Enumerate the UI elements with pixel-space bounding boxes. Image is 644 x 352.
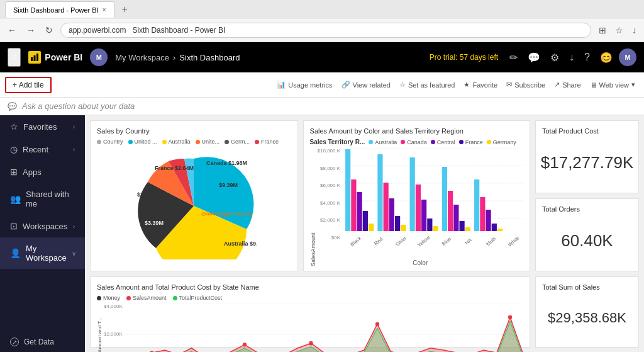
bar-subtitle: Sales Territory R... bbox=[310, 139, 365, 145]
download-button[interactable]: ↓ bbox=[630, 24, 639, 37]
apps-label: Apps bbox=[23, 167, 75, 177]
total-orders-title: Total Orders bbox=[542, 205, 632, 213]
favorite-icon: ★ bbox=[464, 81, 470, 89]
svg-text:$3.39M: $3.39M bbox=[145, 220, 164, 226]
pie-legend: Country United ... Australia Unite. bbox=[97, 139, 291, 145]
comment-button[interactable]: 💬 bbox=[524, 49, 544, 66]
sidebar-item-apps[interactable]: ⊞ Apps bbox=[0, 161, 85, 183]
settings-button[interactable]: ⚙ bbox=[547, 49, 563, 66]
svg-rect-25 bbox=[401, 225, 406, 231]
apps-icon: ⊞ bbox=[10, 167, 18, 177]
emoji-button[interactable]: 😊 bbox=[596, 49, 616, 66]
workspaces-arrow: › bbox=[73, 223, 75, 230]
sub-nav: + Add tile 📊 Usage metrics 🔗 View relate… bbox=[0, 72, 644, 98]
view-related-icon: 🔗 bbox=[341, 81, 350, 89]
legend-united: United ... bbox=[128, 139, 157, 145]
new-tab-button[interactable]: + bbox=[117, 4, 133, 15]
tab-close-button[interactable]: × bbox=[103, 6, 106, 13]
bar-x-title: Color bbox=[318, 259, 523, 266]
hamburger-menu[interactable]: ≡ bbox=[8, 48, 21, 67]
subscribe-icon: ✉ bbox=[506, 81, 512, 89]
extensions-button[interactable]: ⊞ bbox=[596, 24, 609, 37]
forward-button[interactable]: → bbox=[24, 24, 38, 37]
web-view-button[interactable]: 🖥 Web view ▾ bbox=[586, 78, 639, 91]
line-title: Sales Amount and Total Product Cost by S… bbox=[97, 283, 523, 291]
favorite-button[interactable]: ★ Favorite bbox=[460, 78, 501, 91]
get-data-button[interactable]: ↗ Get Data bbox=[0, 331, 85, 352]
active-tab[interactable]: Sixth Dashboard - Power BI × bbox=[5, 1, 114, 18]
legend-germany-dot bbox=[225, 140, 229, 144]
url-input[interactable] bbox=[60, 23, 591, 38]
subscribe-button[interactable]: ✉ Subscribe bbox=[502, 78, 549, 91]
sidebar-item-my-workspace[interactable]: 👤 My Workspace ∨ bbox=[0, 237, 85, 269]
legend-unite: Unite... bbox=[196, 139, 220, 145]
workspace-breadcrumb[interactable]: My Workspace bbox=[115, 53, 169, 62]
usage-metrics-icon: 📊 bbox=[277, 81, 286, 89]
legend-country-dot bbox=[97, 140, 101, 144]
share-button[interactable]: ↗ Share bbox=[550, 78, 584, 91]
user-profile-avatar[interactable]: M bbox=[619, 48, 636, 66]
legend-germany: Germ... bbox=[225, 139, 250, 145]
svg-text:$9.39M: $9.39M bbox=[219, 182, 238, 188]
tab-title: Sixth Dashboard - Power BI bbox=[13, 6, 99, 14]
share-icon: ↗ bbox=[554, 81, 560, 89]
recent-icon: ◷ bbox=[10, 144, 18, 154]
sidebar-item-favorites[interactable]: ☆ Favorites › bbox=[0, 115, 85, 138]
bar-legend: Australia Canada Central France Germany bbox=[369, 139, 516, 145]
ask-question-bar[interactable]: 💬 Ask a question about your data bbox=[0, 98, 644, 115]
refresh-button[interactable]: ↻ bbox=[43, 24, 55, 37]
legend-australia-dot bbox=[162, 140, 167, 144]
svg-text:Australia $9.06M: Australia $9.06M bbox=[224, 241, 257, 247]
pie-chart-svg: @tutorialgateway.org $9.39M Australia $9… bbox=[131, 152, 257, 259]
legend-united-dot bbox=[128, 140, 133, 144]
svg-rect-38 bbox=[486, 210, 491, 231]
svg-rect-33 bbox=[453, 205, 458, 231]
bar-legend-central: Central bbox=[431, 139, 455, 145]
bookmark-button[interactable]: ☆ bbox=[613, 24, 626, 37]
recent-arrow: › bbox=[73, 146, 75, 153]
breadcrumb: My Workspace › Sixth Dashboard bbox=[115, 53, 240, 62]
pie-title: Sales by Country bbox=[97, 127, 291, 135]
user-avatar[interactable]: M bbox=[90, 48, 108, 66]
sidebar-item-shared[interactable]: 👥 Shared with me bbox=[0, 183, 85, 215]
pie-chart-container: @tutorialgateway.org $9.39M Australia $9… bbox=[97, 147, 291, 264]
my-workspace-icon: 👤 bbox=[10, 248, 21, 258]
edit-button[interactable]: ✏ bbox=[506, 49, 521, 66]
web-view-dropdown-icon: ▾ bbox=[631, 81, 635, 89]
top-row: Sales by Country Country United ... A bbox=[90, 120, 639, 271]
top-nav: ≡ Power BI M My Workspace › Sixth Dashbo… bbox=[0, 42, 644, 72]
svg-rect-1 bbox=[34, 55, 36, 61]
help-button[interactable]: ? bbox=[580, 49, 594, 65]
svg-rect-26 bbox=[410, 157, 415, 231]
sidebar-item-workspaces[interactable]: ⊡ Workspaces › bbox=[0, 215, 85, 237]
svg-rect-31 bbox=[442, 167, 447, 231]
svg-text:Canada $1.98M: Canada $1.98M bbox=[206, 160, 247, 166]
bar-chart-area: SalesAmount $10,000 K $8,000 K $6,000 K … bbox=[310, 148, 523, 266]
browser-actions: ⊞ ☆ ↓ bbox=[596, 24, 639, 37]
bar-legend-australia: Australia bbox=[369, 139, 397, 145]
back-button[interactable]: ← bbox=[5, 24, 19, 37]
line-legend-sales: SalesAmount bbox=[126, 295, 167, 301]
sidebar-bottom: ↗ Get Data bbox=[0, 331, 85, 352]
svg-point-48 bbox=[309, 341, 313, 346]
sales-dot bbox=[126, 296, 131, 300]
svg-rect-17 bbox=[351, 179, 356, 231]
main-content: Sales by Country Country United ... A bbox=[85, 115, 644, 352]
view-related-button[interactable]: 🔗 View related bbox=[338, 78, 394, 91]
bar-chart-inner: $10,000 K $8,000 K $6,000 K $4,000 K $2,… bbox=[318, 148, 523, 266]
add-tile-button[interactable]: + Add tile bbox=[5, 77, 52, 93]
svg-rect-19 bbox=[363, 211, 368, 231]
line-legend-money: Money bbox=[97, 295, 120, 301]
workspaces-label: Workspaces bbox=[23, 222, 68, 231]
address-bar: ← → ↻ ⊞ ☆ ↓ bbox=[0, 19, 644, 42]
cost-dot bbox=[173, 296, 177, 300]
set-featured-button[interactable]: ☆ Set as featured bbox=[396, 78, 459, 91]
sidebar-item-recent[interactable]: ◷ Recent › bbox=[0, 138, 85, 161]
svg-text:France $2.64M: France $2.64M bbox=[155, 165, 194, 171]
shared-label: Shared with me bbox=[26, 190, 75, 208]
svg-rect-37 bbox=[480, 197, 485, 231]
download-nav-button[interactable]: ↓ bbox=[565, 49, 578, 65]
usage-metrics-button[interactable]: 📊 Usage metrics bbox=[273, 78, 336, 91]
bar-legend-canada: Canada bbox=[401, 139, 427, 145]
logo-text: Power BI bbox=[45, 52, 82, 62]
